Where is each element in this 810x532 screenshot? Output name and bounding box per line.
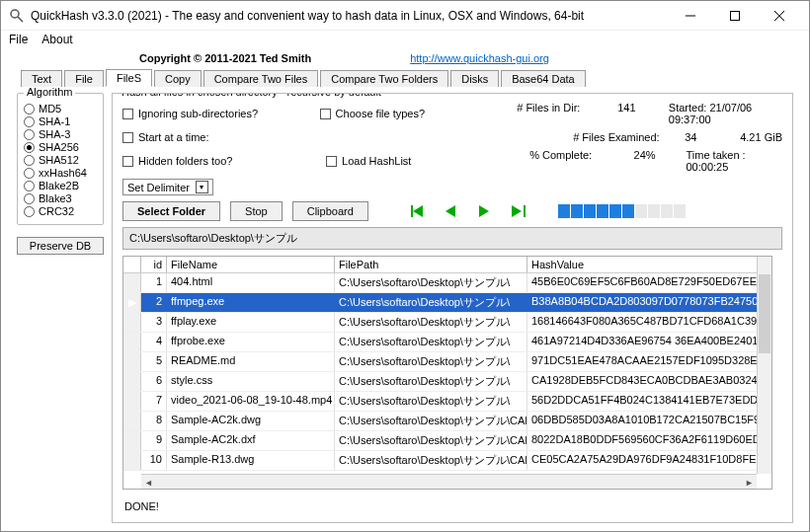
tab-files[interactable]: FileS — [106, 69, 152, 87]
algo-radio-blake3[interactable] — [24, 193, 35, 204]
titlebar: QuickHash v3.3.0 (2021) - The easy and c… — [1, 1, 809, 31]
tab-file[interactable]: File — [64, 70, 104, 87]
last-button[interactable] — [509, 204, 528, 218]
tab-compare-two-files[interactable]: Compare Two Files — [203, 70, 319, 87]
col-filename-header[interactable]: FileName — [167, 257, 335, 272]
table-row[interactable]: 7video_2021-06-08_19-10-48.mp4C:\Users\s… — [123, 392, 771, 412]
cell-filepath: C:\Users\softaro\Desktop\サンプル\ — [335, 273, 527, 292]
cell-hashvalue: CA1928DEB5FCD843ECA0BCDBAE3AB03249236021… — [527, 372, 771, 391]
ignore-subdirs-checkbox[interactable] — [122, 109, 133, 119]
table-row[interactable]: 10Sample-R13.dwgC:\Users\softaro\Desktop… — [123, 451, 771, 471]
cell-filepath: C:\Users\softaro\Desktop\サンプル\ — [335, 392, 527, 411]
delimiter-select-label: Set Delimiter — [127, 182, 190, 193]
algo-radio-sha256[interactable] — [24, 142, 35, 153]
col-id-header[interactable]: id — [141, 257, 167, 272]
scroll-left-icon[interactable]: ◄ — [141, 475, 156, 490]
cell-filename: video_2021-06-08_19-10-48.mp4 — [167, 392, 335, 411]
chevron-down-icon: ▾ — [196, 181, 208, 193]
minimize-button[interactable] — [668, 2, 712, 30]
col-filepath-header[interactable]: FilePath — [335, 257, 527, 272]
algo-radio-sha-1[interactable] — [24, 116, 35, 127]
table-row[interactable]: 3ffplay.exeC:\Users\softaro\Desktop\サンプル… — [123, 313, 771, 333]
scroll-right-icon[interactable]: ► — [742, 475, 757, 490]
svg-marker-10 — [512, 205, 522, 217]
algo-radio-crc32[interactable] — [24, 206, 35, 217]
table-row[interactable]: 5README.mdC:\Users\softaro\Desktop\サンプル\… — [123, 352, 771, 372]
started-label: Started: 21/07/06 09:37:00 — [669, 102, 782, 125]
stop-button[interactable]: Stop — [230, 201, 283, 221]
hidden-folders-checkbox[interactable] — [122, 156, 133, 167]
menu-file[interactable]: File — [9, 33, 28, 46]
tab-disks[interactable]: Disks — [450, 70, 499, 87]
algo-label: SHA512 — [39, 154, 79, 166]
cell-filename: Sample-R13.dwg — [167, 451, 335, 470]
load-hashlist-checkbox[interactable] — [326, 156, 337, 167]
choose-filetypes-checkbox[interactable] — [320, 109, 331, 119]
cell-filepath: C:\Users\softaro\Desktop\サンプル\CAD\ — [335, 451, 527, 470]
website-link[interactable]: http://www.quickhash-gui.org — [410, 52, 549, 64]
table-row[interactable]: 8Sample-AC2k.dwgC:\Users\softaro\Desktop… — [123, 412, 771, 431]
tab-copy[interactable]: Copy — [154, 70, 202, 87]
tab-base64-data[interactable]: Base64 Data — [501, 70, 586, 87]
cell-id: 4 — [141, 333, 167, 351]
select-folder-button[interactable]: Select Folder — [122, 201, 220, 221]
cell-filepath: C:\Users\softaro\Desktop\サンプル\CAD\ — [335, 412, 527, 430]
row-marker — [123, 273, 141, 292]
cell-id: 8 — [141, 412, 167, 430]
algo-radio-sha-3[interactable] — [24, 129, 35, 140]
folder-path: C:\Users\softaro\Desktop\サンプル — [122, 227, 782, 250]
svg-marker-7 — [413, 205, 423, 217]
row-marker — [123, 333, 141, 351]
algo-radio-xxhash64[interactable] — [24, 168, 35, 179]
row-marker — [123, 412, 141, 430]
files-examined-value: 34 — [685, 131, 722, 143]
tab-compare-two-folders[interactable]: Compare Two Folders — [320, 70, 448, 87]
cell-filename: ffmpeg.exe — [167, 293, 335, 312]
cell-id: 2 — [141, 293, 167, 312]
cell-hashvalue: 971DC51EAE478ACAAE2157EDF1095D328E01391A… — [527, 352, 771, 371]
first-button[interactable] — [408, 204, 428, 218]
close-button[interactable] — [757, 2, 801, 30]
cell-filepath: C:\Users\softaro\Desktop\サンプル\ — [335, 352, 527, 371]
algo-label: CRC32 — [39, 205, 74, 217]
svg-line-1 — [18, 17, 23, 22]
delimiter-select[interactable]: Set Delimiter ▾ — [122, 179, 213, 195]
row-marker — [123, 392, 141, 411]
table-row[interactable]: 4ffprobe.exeC:\Users\softaro\Desktop\サンプ… — [123, 333, 771, 352]
horizontal-scrollbar[interactable]: ◄ ► — [141, 474, 757, 489]
size-label: 4.21 GiB — [740, 131, 782, 143]
clipboard-button[interactable]: Clipboard — [292, 201, 368, 221]
row-marker — [123, 431, 141, 450]
vertical-scrollbar[interactable] — [757, 257, 771, 474]
table-row[interactable]: ▶2ffmpeg.exeC:\Users\softaro\Desktop\サンプ… — [123, 293, 771, 313]
prev-button[interactable] — [442, 204, 461, 218]
row-marker: ▶ — [123, 293, 141, 312]
main-legend: Hash all files in chosen directory - rec… — [119, 93, 384, 98]
svg-marker-8 — [446, 205, 455, 217]
algo-label: SHA256 — [39, 141, 79, 153]
menu-about[interactable]: About — [41, 33, 72, 46]
table-row[interactable]: 1404.htmlC:\Users\softaro\Desktop\サンプル\4… — [123, 273, 771, 293]
algo-radio-blake2b[interactable] — [24, 181, 35, 191]
algo-radio-md5[interactable] — [24, 104, 35, 114]
table-row[interactable]: 9Sample-AC2k.dxfC:\Users\softaro\Desktop… — [123, 431, 771, 451]
algo-label: MD5 — [39, 103, 61, 114]
table-row[interactable]: 6style.cssC:\Users\softaro\Desktop\サンプル\… — [123, 372, 771, 392]
maximize-button[interactable] — [712, 2, 757, 30]
algorithm-group: Algorithm MD5SHA-1SHA-3SHA256SHA512xxHas… — [17, 93, 104, 225]
cell-filename: Sample-AC2k.dxf — [167, 431, 335, 450]
col-hashvalue-header[interactable]: HashValue — [527, 257, 771, 272]
cell-hashvalue: 168146643F080A365C487BD71CFD68A1C390FEB9… — [527, 313, 771, 332]
algo-label: Blake3 — [39, 192, 72, 204]
preserve-db-button[interactable]: Preserve DB — [17, 237, 104, 255]
start-time-checkbox[interactable] — [122, 132, 133, 143]
cell-hashvalue: B38A8B04BCDA2D803097D0778073FB2475037587… — [527, 293, 771, 312]
next-button[interactable] — [475, 204, 495, 218]
tab-text[interactable]: Text — [21, 70, 62, 87]
col-selector[interactable] — [123, 257, 141, 272]
cell-id: 10 — [141, 451, 167, 470]
ignore-subdirs-label: Ignoring sub-directories? — [138, 108, 258, 119]
files-in-dir-label: # Files in Dir: — [517, 102, 600, 125]
algo-radio-sha512[interactable] — [24, 155, 35, 166]
cell-filename: ffplay.exe — [167, 313, 335, 332]
